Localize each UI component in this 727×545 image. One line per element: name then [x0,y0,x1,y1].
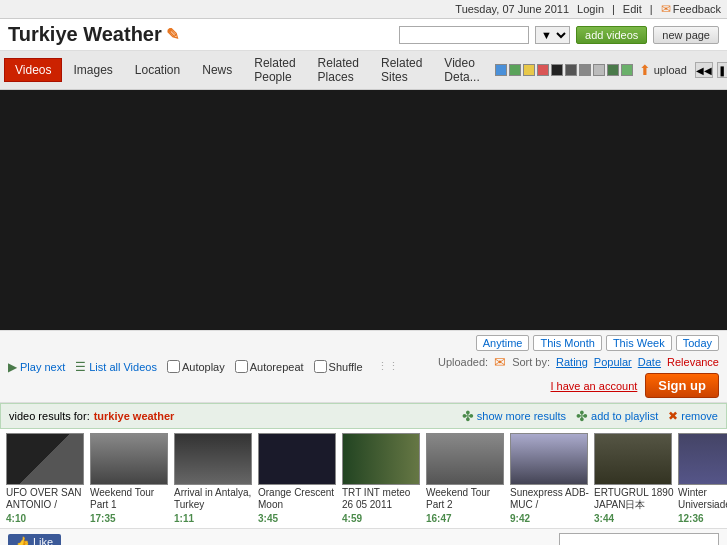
edit-link[interactable]: Edit [623,3,642,15]
remove-label: remove [681,410,718,422]
sort-popular[interactable]: Popular [594,356,632,368]
thumb-image [510,433,588,485]
edit-icon[interactable]: ✎ [166,25,179,44]
signup-button[interactable]: Sign up [645,373,719,398]
thumb-image [258,433,336,485]
swatch-medgreen[interactable] [621,64,633,76]
results-query: turkiye weather [94,410,175,422]
thumb-duration: 3:44 [594,513,674,524]
upload-icon: ⬆ [639,62,651,78]
search-input[interactable] [399,26,529,44]
thumb-image [90,433,168,485]
show-more-icon: ✤ [462,408,474,424]
swatch-green[interactable] [509,64,521,76]
signup-row: I have an account Sign up [550,373,719,398]
thumb-title: Weekend Tour Part 1 [90,487,170,513]
video-thumbs: UFO OVER SAN ANTONIO /4:10Weekend Tour P… [0,429,727,528]
autorepeat-checkbox[interactable] [235,360,248,373]
sort-rating[interactable]: Rating [556,356,588,368]
bottom-search-input[interactable] [559,533,719,545]
filter-anytime[interactable]: Anytime [476,335,530,351]
video-thumb-item[interactable]: Weekend Tour Part 117:35 [90,433,170,524]
upload-area[interactable]: ⬆ upload [639,62,687,78]
video-thumb-item[interactable]: UFO OVER SAN ANTONIO /4:10 [6,433,86,524]
sort-relevance[interactable]: Relevance [667,356,719,368]
video-thumb-item[interactable]: TRT INT meteo 26 05 20114:59 [342,433,422,524]
thumb-image [594,433,672,485]
video-thumb-item[interactable]: Orange Crescent Moon3:45 [258,433,338,524]
shuffle-checkbox[interactable] [314,360,327,373]
thumb-title: ERTUGRUL 1890 JAPAN日本 [594,487,674,513]
swatch-lightgray[interactable] [593,64,605,76]
account-link[interactable]: I have an account [550,380,637,392]
swatch-yellow[interactable] [523,64,535,76]
thumb-image [174,433,252,485]
media-pause-button[interactable]: ❚❚ [717,62,727,78]
autoplay-checkbox-label[interactable]: Autoplay [167,360,225,373]
play-next-icon: ▶ [8,360,17,374]
like-icon: 👍 [16,536,30,546]
new-page-button[interactable]: new page [653,26,719,44]
show-more-label: show more results [477,410,566,422]
video-controls-row: ▶ Play next ☰ List all Videos Autoplay A… [0,330,727,403]
thumb-duration: 17:35 [90,513,170,524]
media-prev-button[interactable]: ◀◀ [695,62,713,78]
sort-row: Uploaded: ✉ Sort by: Rating Popular Date… [438,354,719,370]
remove-link[interactable]: ✖ remove [668,409,718,423]
add-playlist-link[interactable]: ✤ add to playlist [576,408,658,424]
email-icon: ✉ [494,354,506,370]
thumb-image [342,433,420,485]
swatch-darkgray[interactable] [565,64,577,76]
add-videos-button[interactable]: add videos [576,26,647,44]
list-all-label: List all Videos [89,361,157,373]
sort-label: Sort by: [512,356,550,368]
site-title: Turkiye Weather ✎ [8,23,179,46]
tab-location[interactable]: Location [124,58,191,82]
autoplay-label: Autoplay [182,361,225,373]
swatch-gray[interactable] [579,64,591,76]
thumb-title: Sunexpress ADB-MUC / [510,487,590,513]
login-link[interactable]: Login [577,3,604,15]
show-more-link[interactable]: ✤ show more results [462,408,566,424]
filter-today[interactable]: Today [676,335,719,351]
thumb-duration: 9:42 [510,513,590,524]
autoplay-checkbox[interactable] [167,360,180,373]
video-thumb-item[interactable]: ERTUGRUL 1890 JAPAN日本3:44 [594,433,674,524]
tab-related-places[interactable]: Related Places [307,51,370,89]
thumb-duration: 12:36 [678,513,727,524]
swatch-red[interactable] [537,64,549,76]
video-thumb-item[interactable]: Winter Universiade12:36 [678,433,727,524]
video-thumb-item[interactable]: Sunexpress ADB-MUC /9:42 [510,433,590,524]
like-button[interactable]: 👍 Like [8,534,61,546]
video-player[interactable] [0,90,727,330]
tab-images[interactable]: Images [62,58,123,82]
date-label: Tuesday, 07 June 2011 [455,3,569,15]
add-playlist-label: add to playlist [591,410,658,422]
autorepeat-checkbox-label[interactable]: Autorepeat [235,360,304,373]
tab-related-sites[interactable]: Related Sites [370,51,433,89]
filter-this-month[interactable]: This Month [533,335,601,351]
swatch-darkgreen[interactable] [607,64,619,76]
thumb-title: TRT INT meteo 26 05 2011 [342,487,422,513]
video-thumb-item[interactable]: Weekend Tour Part 216:47 [426,433,506,524]
filter-this-week[interactable]: This Week [606,335,672,351]
list-all-link[interactable]: ☰ List all Videos [75,360,157,374]
swatch-black[interactable] [551,64,563,76]
swatch-blue[interactable] [495,64,507,76]
feedback-icon: ✉ [661,2,671,16]
shuffle-label: Shuffle [329,361,363,373]
thumb-title: Orange Crescent Moon [258,487,338,513]
tab-related-people[interactable]: Related People [243,51,306,89]
shuffle-checkbox-label[interactable]: Shuffle [314,360,363,373]
tab-news[interactable]: News [191,58,243,82]
results-prefix: video results for: [9,410,90,422]
sort-date[interactable]: Date [638,356,661,368]
tab-videos[interactable]: Videos [4,58,62,82]
video-thumb-item[interactable]: Arrival in Antalya, Turkey1:11 [174,433,254,524]
play-next-link[interactable]: ▶ Play next [8,360,65,374]
uploaded-label: Uploaded: [438,356,488,368]
results-bar: video results for: turkiye weather ✤ sho… [0,403,727,429]
search-dropdown[interactable]: ▼ [535,26,570,44]
feedback-link[interactable]: ✉ Feedback [661,2,721,16]
tab-video-detail[interactable]: Video Deta... [433,51,490,89]
